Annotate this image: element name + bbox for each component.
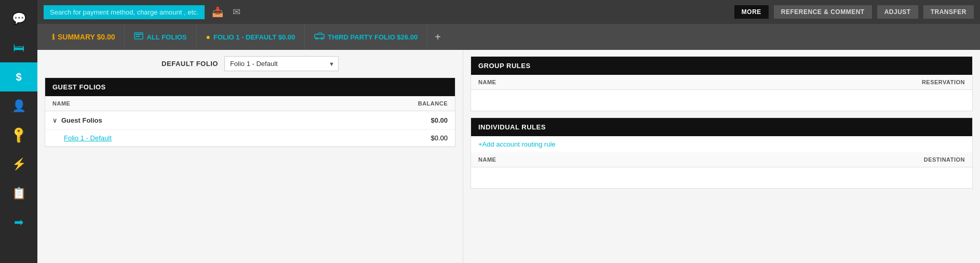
group-rules-section: GROUP RULES NAME RESERVATION [471,56,973,111]
group-rules-col-headers: NAME RESERVATION [471,75,972,90]
sidebar-item-exit[interactable]: ➡ [0,208,37,237]
tab-third-party-label: THIRD PARTY FOLIO $26.00 [328,33,418,41]
sidebar: 💬 🛏 $ 👤 🔑 ⚡ 📋 ➡ [0,0,37,263]
default-folio-select-wrapper: Folio 1 - Default Folio 2 Third Party Fo… [224,56,339,71]
tab-all-folios[interactable]: ALL FOLIOS [125,24,196,50]
tab-add-button[interactable]: + [427,24,448,50]
tab-folio1[interactable]: ● FOLIO 1 - DEFAULT $0.00 [197,24,305,50]
inbox-icon[interactable]: 📥 [210,4,225,20]
sidebar-item-chat[interactable]: 💬 [0,4,37,33]
tab-folio1-label: FOLIO 1 - DEFAULT $0.00 [213,33,295,41]
folio-group-name: Guest Folios [61,116,102,124]
default-folio-select[interactable]: Folio 1 - Default Folio 2 Third Party Fo… [224,56,339,71]
add-icon: + [435,31,441,43]
tab-all-folios-label: ALL FOLIOS [146,33,186,41]
adjust-button[interactable]: ADJUST [877,5,918,19]
guest-folios-table: GUEST FOLIOS NAME BALANCE ∨ Guest Folios… [45,77,455,147]
left-panel: DEFAULT FOLIO Folio 1 - Default Folio 2 … [37,50,463,263]
group-rules-header: GROUP RULES [471,57,972,75]
folio-item-balance: $0.00 [431,134,448,142]
all-folios-icon [134,32,143,42]
folios-col-headers: NAME BALANCE [45,96,455,111]
ind-col-name: NAME [478,156,496,163]
group-col-name: NAME [478,79,496,85]
individual-rules-section: INDIVIDUAL RULES +Add account routing ru… [471,117,973,189]
group-col-reservation: RESERVATION [922,79,965,85]
third-party-icon [314,32,325,42]
folio-group-row: ∨ Guest Folios $0.00 [45,111,455,130]
exit-icon: ➡ [14,216,23,229]
clip-icon: 📋 [12,187,26,200]
individual-rules-header: INDIVIDUAL RULES [471,118,972,136]
folio-group-balance: $0.00 [431,116,448,124]
folio1-icon: ● [206,33,210,41]
sidebar-item-key[interactable]: 🔑 [0,121,37,150]
tab-third-party[interactable]: THIRD PARTY FOLIO $26.00 [305,24,427,50]
reference-comment-button[interactable]: REFERENCE & COMMENT [774,5,872,19]
sidebar-item-dollar[interactable]: $ [0,62,37,91]
folio-item-link[interactable]: Folio 1 - Default [64,134,112,142]
content-area: DEFAULT FOLIO Folio 1 - Default Folio 2 … [37,50,980,263]
ind-col-destination: DESTINATION [924,156,965,163]
chevron-down-icon[interactable]: ∨ [52,117,57,124]
bed-icon: 🛏 [13,41,24,55]
search-input[interactable] [44,5,205,19]
more-button[interactable]: MORE [734,5,769,19]
guest-folios-header: GUEST FOLIOS [45,78,455,96]
individual-rules-col-headers: NAME DESTINATION [471,152,972,167]
right-panel: GROUP RULES NAME RESERVATION INDIVIDUAL … [463,50,980,263]
group-rules-empty [471,90,972,111]
chat-icon: 💬 [12,12,26,25]
summary-icon: ℹ [52,33,55,41]
bolt-icon: ⚡ [12,157,26,171]
tab-summary[interactable]: ℹ SUMMARY $0.00 [43,24,125,50]
add-routing-rule-link[interactable]: +Add account routing rule [471,136,972,152]
folio-group-left: ∨ Guest Folios [52,116,102,124]
col-balance: BALANCE [418,100,448,107]
sidebar-item-bed[interactable]: 🛏 [0,33,37,62]
col-name: NAME [52,100,70,107]
toolbar: 📥 ✉ MORE REFERENCE & COMMENT ADJUST TRAN… [37,0,980,24]
default-folio-row: DEFAULT FOLIO Folio 1 - Default Folio 2 … [45,56,455,71]
key-icon: 🔑 [9,125,28,144]
svg-rect-2 [136,36,140,37]
individual-rules-empty [471,167,972,188]
svg-rect-1 [136,34,142,35]
transfer-button[interactable]: TRANSFER [923,5,974,19]
tabs-bar: ℹ SUMMARY $0.00 ALL FOLIOS ● FOLIO 1 - D… [37,24,980,50]
sidebar-item-clip[interactable]: 📋 [0,179,37,208]
main-content: 📥 ✉ MORE REFERENCE & COMMENT ADJUST TRAN… [37,0,980,263]
dollar-icon: $ [16,71,21,83]
person-icon: 👤 [12,99,26,113]
tab-summary-label: SUMMARY $0.00 [58,33,115,41]
folio-item-row: Folio 1 - Default $0.00 [45,130,455,147]
sidebar-item-bolt[interactable]: ⚡ [0,150,37,179]
mail-icon[interactable]: ✉ [231,4,243,20]
default-folio-label: DEFAULT FOLIO [162,60,218,68]
sidebar-item-person[interactable]: 👤 [0,91,37,121]
